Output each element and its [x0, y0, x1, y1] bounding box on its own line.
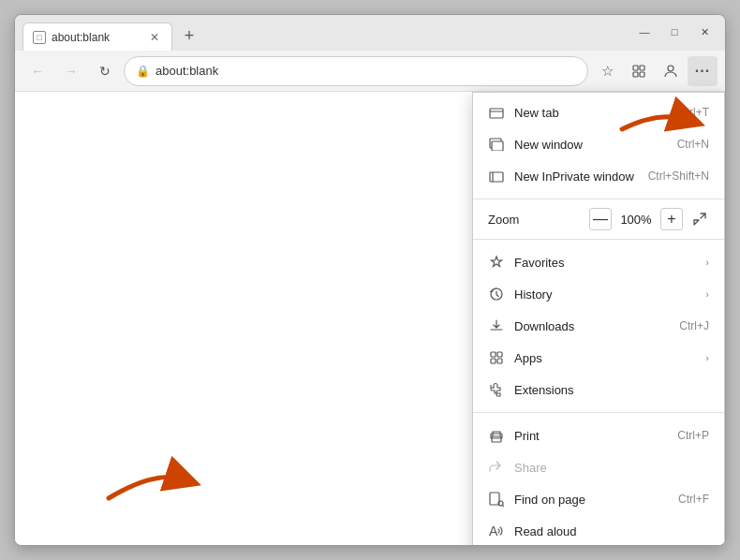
- browser-window: □ about:blank ✕ + — □ ✕ ← → ↻ 🔒 about:bl…: [14, 14, 726, 546]
- profile-button[interactable]: [656, 56, 686, 86]
- favorites-label: Favorites: [514, 256, 696, 270]
- menu-item-favorites[interactable]: Favorites ›: [473, 246, 724, 278]
- svg-rect-0: [633, 66, 638, 70]
- divider-1: [473, 199, 724, 199]
- svg-line-19: [503, 506, 505, 508]
- menu-item-read-aloud[interactable]: A Read aloud: [473, 515, 724, 546]
- forward-button[interactable]: →: [56, 56, 86, 86]
- read-aloud-label: Read aloud: [514, 524, 709, 538]
- content-area: New tab Ctrl+T New window Ctrl+N New InP…: [15, 92, 725, 545]
- maximize-button[interactable]: □: [661, 22, 688, 41]
- print-label: Print: [514, 429, 668, 443]
- history-label: History: [514, 287, 696, 302]
- back-button[interactable]: ←: [22, 56, 52, 86]
- svg-rect-8: [490, 172, 503, 182]
- apps-icon: [488, 349, 505, 366]
- downloads-icon: [488, 317, 505, 334]
- favorites-arrow: ›: [705, 257, 709, 268]
- favorites-star-button[interactable]: ☆: [592, 56, 622, 86]
- address-text: about:blank: [155, 64, 576, 78]
- print-icon: [488, 427, 505, 444]
- print-shortcut: Ctrl+P: [677, 429, 709, 442]
- zoom-expand-button[interactable]: [690, 210, 709, 228]
- svg-rect-3: [640, 72, 644, 77]
- svg-rect-1: [640, 66, 644, 70]
- minimize-button[interactable]: —: [631, 22, 658, 41]
- svg-rect-12: [497, 352, 502, 357]
- menu-item-new-inprivate[interactable]: New InPrivate window Ctrl+Shift+N: [473, 160, 724, 192]
- menu-item-extensions[interactable]: Extensions: [473, 374, 724, 405]
- new-window-shortcut: Ctrl+N: [677, 138, 709, 151]
- find-on-page-shortcut: Ctrl+F: [678, 493, 709, 506]
- extensions-icon: [488, 381, 505, 398]
- tab-close-button[interactable]: ✕: [147, 30, 162, 45]
- toolbar-right: ☆ ···: [592, 56, 718, 86]
- favorites-icon: [488, 254, 505, 271]
- new-window-label: New window: [514, 138, 668, 152]
- menu-item-history[interactable]: History ›: [473, 278, 724, 310]
- history-icon: [488, 286, 505, 302]
- share-icon: [488, 459, 505, 476]
- refresh-button[interactable]: ↻: [90, 56, 120, 86]
- menu-item-find-on-page[interactable]: Find on page Ctrl+F: [473, 483, 724, 515]
- svg-text:A: A: [489, 523, 498, 538]
- history-arrow: ›: [705, 288, 709, 300]
- svg-rect-5: [490, 109, 503, 118]
- settings-arrow-annotation: [90, 433, 202, 508]
- new-tab-shortcut: Ctrl+T: [678, 106, 709, 119]
- apps-arrow: ›: [705, 352, 709, 363]
- extensions-label: Extensions: [514, 383, 709, 397]
- zoom-row: Zoom — 100% +: [473, 202, 724, 236]
- svg-rect-11: [491, 352, 496, 357]
- new-tab-label: New tab: [514, 106, 669, 120]
- svg-rect-13: [491, 359, 496, 363]
- window-controls: — □ ✕: [631, 22, 718, 41]
- lock-icon: 🔒: [136, 65, 150, 78]
- svg-rect-7: [492, 141, 503, 151]
- navigation-bar: ← → ↻ 🔒 about:blank ☆ ···: [15, 51, 725, 92]
- menu-item-apps[interactable]: Apps ›: [473, 342, 724, 374]
- new-tab-icon: [488, 104, 505, 121]
- address-bar[interactable]: 🔒 about:blank: [124, 56, 588, 86]
- divider-3: [473, 412, 724, 413]
- title-bar: □ about:blank ✕ + — □ ✕: [15, 15, 725, 51]
- new-window-icon: [488, 136, 505, 153]
- svg-rect-14: [497, 359, 502, 363]
- downloads-shortcut: Ctrl+J: [679, 319, 709, 332]
- new-tab-button[interactable]: +: [176, 22, 202, 49]
- menu-item-new-window[interactable]: New window Ctrl+N: [473, 128, 724, 160]
- menu-item-print[interactable]: Print Ctrl+P: [473, 420, 724, 451]
- menu-item-downloads[interactable]: Downloads Ctrl+J: [473, 310, 724, 342]
- share-label: Share: [514, 461, 709, 475]
- inprivate-icon: [488, 168, 505, 184]
- new-inprivate-label: New InPrivate window: [514, 169, 639, 184]
- menu-item-new-tab[interactable]: New tab Ctrl+T: [473, 96, 724, 128]
- collections-button[interactable]: [624, 56, 654, 86]
- find-on-page-icon: [488, 491, 505, 508]
- dropdown-menu: New tab Ctrl+T New window Ctrl+N New InP…: [472, 92, 725, 546]
- zoom-minus-button[interactable]: —: [589, 208, 612, 230]
- downloads-label: Downloads: [514, 319, 670, 333]
- tab-title: about:blank: [52, 31, 141, 44]
- new-inprivate-shortcut: Ctrl+Shift+N: [648, 169, 709, 183]
- tab-icon: □: [33, 31, 46, 44]
- menu-item-share: Share: [473, 451, 724, 483]
- svg-rect-2: [633, 72, 638, 77]
- browser-tab[interactable]: □ about:blank ✕: [22, 22, 172, 51]
- close-button[interactable]: ✕: [691, 22, 718, 41]
- svg-rect-15: [492, 436, 501, 442]
- svg-point-4: [668, 66, 673, 71]
- zoom-plus-button[interactable]: +: [660, 208, 683, 230]
- read-aloud-icon: A: [488, 523, 505, 539]
- divider-2: [473, 239, 724, 240]
- find-on-page-label: Find on page: [514, 493, 669, 507]
- menu-button[interactable]: ···: [688, 56, 718, 86]
- zoom-label: Zoom: [488, 213, 582, 227]
- zoom-value: 100%: [619, 213, 653, 227]
- apps-label: Apps: [514, 351, 696, 365]
